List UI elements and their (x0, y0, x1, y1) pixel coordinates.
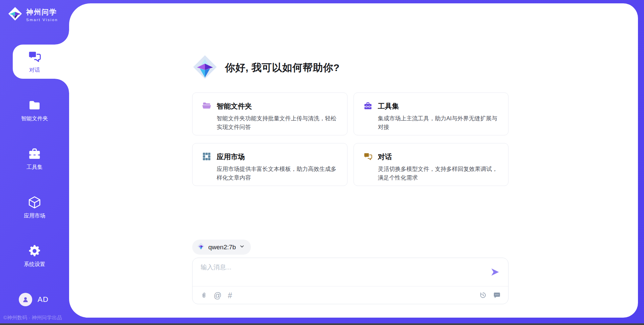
sidebar-item-chat[interactable]: 对话 (0, 45, 69, 79)
history-icon (479, 291, 487, 300)
brand-title: 神州问学 (26, 7, 58, 17)
mention-icon: @ (214, 292, 221, 299)
greeting: 你好, 我可以如何帮助你? (192, 54, 340, 82)
attach-button[interactable] (201, 291, 207, 300)
brand[interactable]: 神州问学 Smart Vision (7, 6, 58, 23)
folder-open-icon (202, 101, 211, 111)
gear-icon (28, 244, 42, 258)
user-profile[interactable]: AD (19, 293, 49, 306)
sidebar-nav: 对话 智能文件夹 工具集 (0, 45, 69, 287)
mention-button[interactable]: @ (214, 291, 221, 300)
tag-icon: # (228, 292, 232, 299)
greeting-text: 你好, 我可以如何帮助你? (225, 61, 340, 75)
assistant-logo-icon (192, 54, 218, 82)
composer-divider (193, 286, 508, 286)
toolbox-icon (363, 101, 373, 111)
card-description: 应用市场提供丰富长文本模板，助力高效生成多样化文章内容 (217, 165, 338, 182)
card-description: 智能文件夹功能支持批量文件上传与清洗，轻松实现文件问答 (217, 114, 338, 131)
card-app-market[interactable]: 应用市场 应用市场提供丰富长文本模板，助力高效生成多样化文章内容 (192, 143, 347, 186)
cube-icon (28, 195, 42, 209)
paperclip-icon (201, 291, 207, 300)
card-title: 对话 (378, 152, 499, 161)
chat-icon (363, 152, 373, 161)
card-chat[interactable]: 对话 灵活切换多模型文件，支持多样回复效果调试，满足个性化需求 (354, 143, 509, 186)
brand-logo-icon (7, 6, 23, 23)
chat-icon (28, 50, 42, 64)
grid-icon (202, 152, 211, 161)
history-button[interactable] (479, 291, 487, 300)
card-title: 智能文件夹 (217, 102, 338, 111)
message-composer: @ # (192, 258, 508, 304)
feedback-icon (493, 291, 501, 300)
card-toolbox[interactable]: 工具集 集成市场上主流工具，助力AI与外界无缝扩展与对接 (354, 92, 509, 135)
brand-subtitle: Smart Vision (26, 18, 58, 22)
main-panel: 你好, 我可以如何帮助你? 智能文件夹 智能文件夹功能支持批量文件上传与清洗，轻… (69, 3, 638, 318)
card-description: 集成市场上主流工具，助力AI与外界无缝扩展与对接 (378, 114, 499, 131)
card-title: 应用市场 (217, 152, 338, 161)
model-name: qwen2:7b (208, 244, 236, 251)
tag-button[interactable]: # (228, 291, 232, 300)
composer-toolbar: @ # (201, 290, 501, 301)
sidebar-item-label: 对话 (29, 67, 40, 74)
sidebar-item-label: 应用市场 (24, 212, 45, 219)
toolbox-icon (28, 147, 42, 161)
card-smart-folder[interactable]: 智能文件夹 智能文件夹功能支持批量文件上传与清洗，轻松实现文件问答 (192, 92, 347, 135)
sidebar-item-settings[interactable]: 系统设置 (0, 239, 69, 273)
sidebar: 神州问学 Smart Vision 对话 智能文件夹 (0, 0, 69, 325)
sidebar-item-toolbox[interactable]: 工具集 (0, 142, 69, 176)
avatar (19, 293, 32, 306)
folder-icon (28, 98, 42, 112)
feature-cards: 智能文件夹 智能文件夹功能支持批量文件上传与清洗，轻松实现文件问答 工具集 集成… (192, 92, 508, 186)
sidebar-item-app-market[interactable]: 应用市场 (0, 190, 69, 224)
sidebar-item-label: 系统设置 (24, 261, 45, 268)
chevron-down-icon (239, 244, 245, 251)
card-description: 灵活切换多模型文件，支持多样回复效果调试，满足个性化需求 (378, 165, 499, 182)
model-logo-icon (197, 242, 205, 252)
message-input[interactable] (201, 263, 476, 283)
sidebar-item-label: 智能文件夹 (21, 115, 48, 122)
model-selector[interactable]: qwen2:7b (192, 240, 251, 255)
bottom-edge (0, 323, 644, 325)
sidebar-item-smart-folder[interactable]: 智能文件夹 (0, 93, 69, 127)
user-initials: AD (38, 295, 49, 304)
feedback-button[interactable] (493, 291, 501, 300)
composer-area: qwen2:7b @ # (192, 240, 508, 304)
send-button[interactable] (489, 267, 501, 278)
sidebar-item-label: 工具集 (26, 164, 43, 171)
sidebar-footer: ©神州数码 · 神州问学出品 (3, 315, 62, 321)
card-title: 工具集 (378, 102, 499, 111)
